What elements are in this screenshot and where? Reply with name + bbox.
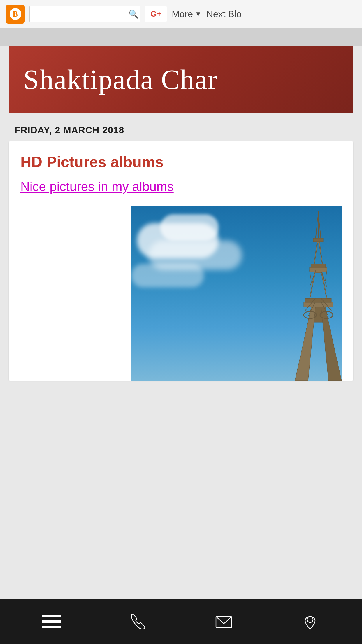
post-card: HD Pictures albums Nice pictures in my a… — [9, 141, 353, 381]
chevron-down-icon: ▼ — [195, 10, 202, 18]
gray-strip — [0, 28, 362, 46]
content-area: FRIDAY, 2 MARCH 2018 HD Pictures albums … — [9, 113, 353, 392]
post-image-row — [20, 206, 342, 381]
next-blog-button[interactable]: Next Blo — [206, 9, 242, 20]
location-icon — [300, 611, 320, 632]
phone-nav-button[interactable] — [127, 611, 148, 632]
top-navbar: B 🔍 G+ More ▼ Next Blo — [0, 0, 362, 28]
post-link[interactable]: Nice pictures in my albums — [20, 179, 342, 194]
svg-rect-3 — [304, 302, 333, 307]
post-title: HD Pictures albums — [20, 153, 342, 171]
menu-nav-button[interactable] — [42, 615, 61, 628]
svg-rect-9 — [313, 238, 323, 242]
eiffel-tower-image — [295, 211, 342, 381]
post-image-right — [131, 206, 342, 381]
blog-header: Shaktipada Char — [9, 46, 353, 113]
location-nav-button[interactable] — [300, 611, 320, 632]
phone-icon — [127, 611, 148, 632]
more-label: More — [172, 9, 193, 20]
search-input[interactable] — [34, 10, 129, 19]
gplus-label: G+ — [150, 9, 161, 19]
svg-marker-5 — [305, 270, 331, 298]
more-button[interactable]: More ▼ — [172, 9, 202, 20]
blogger-logo-inner: B — [10, 8, 21, 20]
mail-icon — [214, 611, 234, 632]
cloud-4 — [131, 264, 204, 287]
search-bar: 🔍 — [29, 6, 140, 22]
post-date: FRIDAY, 2 MARCH 2018 — [9, 125, 353, 136]
blog-title: Shaktipada Char — [23, 63, 339, 96]
svg-marker-8 — [311, 241, 326, 264]
svg-rect-7 — [311, 264, 326, 268]
svg-marker-1 — [295, 302, 316, 381]
svg-point-23 — [307, 617, 313, 622]
hamburger-line-3 — [42, 626, 61, 628]
bottom-nav — [0, 599, 362, 644]
blogger-logo[interactable]: B — [6, 5, 25, 24]
svg-marker-2 — [321, 302, 342, 381]
post-image-left-space — [20, 206, 131, 381]
cloud-2 — [160, 214, 219, 241]
hamburger-line-1 — [42, 615, 61, 617]
gplus-button[interactable]: G+ — [145, 6, 167, 22]
blogger-b-letter: B — [13, 9, 18, 19]
next-blog-label: Next Blo — [206, 9, 242, 19]
mail-nav-button[interactable] — [214, 611, 234, 632]
hamburger-line-2 — [42, 620, 61, 623]
search-icon: 🔍 — [129, 9, 139, 19]
svg-rect-4 — [305, 298, 331, 302]
